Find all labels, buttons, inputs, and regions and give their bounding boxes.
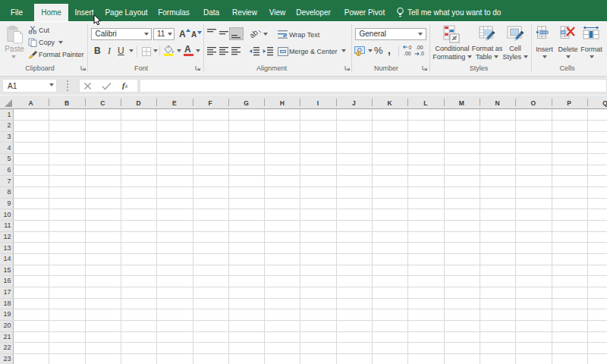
svg-text:.0: .0 bbox=[420, 51, 424, 56]
svg-text:ab: ab bbox=[250, 28, 259, 39]
svg-text:0: 0 bbox=[409, 45, 412, 50]
svg-text:.00: .00 bbox=[416, 45, 423, 50]
svg-text:.00: .00 bbox=[404, 51, 411, 56]
